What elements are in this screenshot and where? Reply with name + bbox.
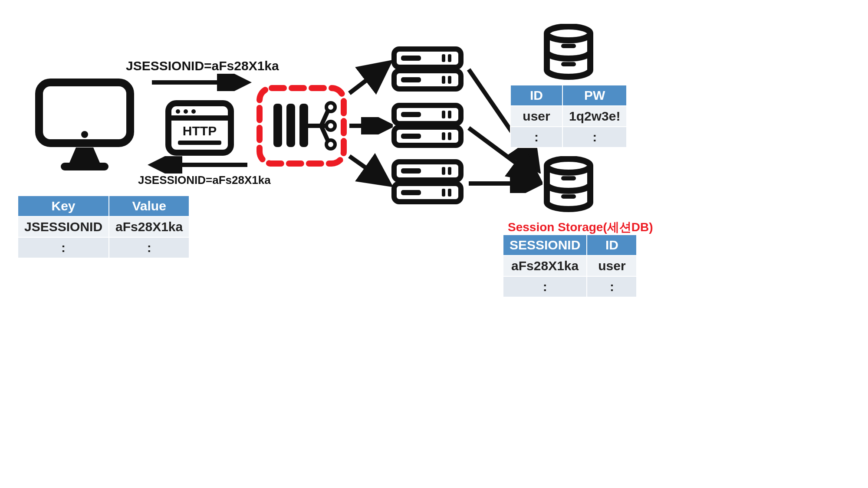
svg-point-1 — [81, 131, 88, 138]
svg-point-5 — [176, 109, 180, 114]
svg-rect-21 — [442, 54, 445, 62]
request-label: JSESSIONID=aFs28X1ka — [126, 59, 279, 73]
server-icon — [391, 46, 464, 95]
svg-rect-20 — [401, 77, 421, 82]
svg-rect-2 — [61, 163, 108, 170]
session-cell: aFs28X1ka — [503, 255, 587, 276]
client-cell: aFs28X1ka — [109, 216, 189, 237]
svg-rect-19 — [401, 56, 421, 61]
svg-rect-40 — [448, 189, 451, 197]
svg-rect-35 — [401, 168, 421, 174]
svg-rect-31 — [442, 132, 445, 140]
arrow-response — [148, 156, 252, 174]
user-header-id: ID — [510, 85, 562, 106]
svg-rect-38 — [448, 167, 451, 175]
server-icon — [391, 158, 464, 208]
client-cell: JSESSIONID — [18, 216, 109, 237]
svg-rect-29 — [442, 111, 445, 118]
session-header-id: ID — [587, 235, 637, 255]
session-cell: user — [587, 255, 637, 276]
server-icon — [391, 102, 464, 151]
arrow-lb-server1 — [345, 59, 393, 98]
database-icon — [540, 156, 597, 214]
client-header-value: Value — [109, 196, 189, 216]
session-table: SESSIONID ID aFs28X1ka user : : — [503, 234, 637, 298]
session-storage-title: Session Storage(세션DB) — [508, 219, 653, 236]
svg-rect-46 — [561, 194, 576, 199]
svg-point-16 — [326, 140, 335, 149]
client-header-key: Key — [18, 196, 109, 216]
svg-rect-24 — [448, 76, 451, 84]
session-header-sid: SESSIONID — [503, 235, 587, 255]
svg-point-14 — [326, 103, 335, 111]
user-cell: : — [510, 127, 562, 147]
user-cell: : — [562, 127, 627, 147]
session-cell: : — [587, 276, 637, 297]
svg-point-44 — [547, 159, 590, 173]
svg-rect-39 — [442, 189, 445, 197]
svg-rect-27 — [401, 112, 421, 117]
user-header-pw: PW — [562, 85, 627, 106]
svg-point-41 — [547, 26, 590, 40]
http-icon: HTTP — [165, 100, 234, 158]
svg-rect-32 — [448, 132, 451, 140]
svg-rect-22 — [448, 54, 451, 62]
client-cookie-table: Key Value JSESSIONID aFs28X1ka : : — [17, 195, 190, 259]
svg-rect-36 — [401, 190, 421, 195]
svg-rect-42 — [561, 44, 576, 48]
svg-text:HTTP: HTTP — [183, 124, 217, 138]
svg-rect-23 — [442, 76, 445, 84]
svg-rect-11 — [273, 104, 282, 147]
arrow-request — [148, 74, 252, 91]
response-label: JSESSIONID=aFs28X1ka — [138, 174, 271, 187]
arrow-srv3-db — [464, 176, 542, 193]
svg-point-7 — [191, 109, 196, 114]
svg-point-15 — [326, 121, 335, 130]
client-cell: : — [18, 237, 109, 258]
client-cell: : — [109, 237, 189, 258]
svg-line-51 — [349, 156, 386, 182]
svg-rect-30 — [448, 111, 451, 118]
svg-rect-37 — [442, 167, 445, 175]
monitor-icon — [35, 78, 135, 175]
svg-rect-43 — [561, 62, 576, 66]
user-cell: user — [510, 106, 562, 127]
database-icon — [540, 24, 597, 82]
session-cell: : — [503, 276, 587, 297]
arrow-lb-server3 — [345, 152, 393, 191]
svg-rect-9 — [178, 141, 221, 145]
svg-point-6 — [184, 109, 188, 114]
svg-rect-28 — [401, 134, 421, 139]
svg-rect-45 — [561, 176, 576, 180]
load-balancer-icon — [256, 85, 347, 169]
user-cell: 1q2w3e! — [562, 106, 627, 127]
user-credentials-table: ID PW user 1q2w3e! : : — [510, 85, 627, 148]
svg-line-49 — [349, 65, 386, 93]
arrow-lb-server2 — [347, 117, 393, 134]
svg-rect-12 — [286, 104, 295, 147]
